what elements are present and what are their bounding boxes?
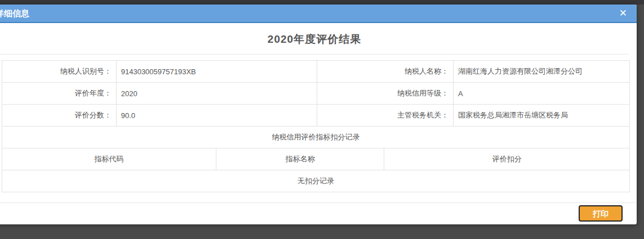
dialog-title: 详细信息 bbox=[0, 4, 637, 22]
table-row: 评价分数： 90.0 主管税务机关： 国家税务总局湘潭市岳塘区税务局 bbox=[2, 105, 630, 127]
eval-score-value: 90.0 bbox=[116, 105, 317, 127]
empty-record-row: 无扣分记录 bbox=[2, 170, 630, 192]
page-title: 2020年度评价结果 bbox=[0, 23, 629, 55]
column-header-indicator-name: 指标名称 bbox=[216, 148, 384, 170]
print-button[interactable]: 打印 bbox=[579, 205, 623, 222]
credit-grade-label: 纳税信用等级： bbox=[317, 83, 454, 105]
detail-info-dialog: 详细信息 ✕ 2020年度评价结果 纳税人识别号： 91430300597571… bbox=[0, 4, 637, 224]
credit-grade-value: A bbox=[453, 83, 629, 105]
eval-score-label: 评价分数： bbox=[2, 105, 117, 127]
close-icon[interactable]: ✕ bbox=[619, 4, 627, 22]
column-header-indicator-code: 指标代码 bbox=[2, 148, 216, 170]
table-row: 纳税人识别号： 9143030059757193XB 纳税人名称： 湖南红海人力… bbox=[2, 61, 630, 83]
eval-year-value: 2020 bbox=[116, 83, 317, 105]
taxpayer-name-value: 湖南红海人力资源有限公司湘潭分公司 bbox=[453, 61, 629, 83]
taxpayer-name-label: 纳税人名称： bbox=[317, 61, 454, 83]
eval-year-label: 评价年度： bbox=[2, 83, 117, 105]
section-title-row: 纳税信用评价指标扣分记录 bbox=[2, 127, 630, 148]
content-area: 纳税人识别号： 9143030059757193XB 纳税人名称： 湖南红海人力… bbox=[2, 60, 630, 192]
tax-authority-label: 主管税务机关： bbox=[317, 105, 454, 127]
deduction-section-title: 纳税信用评价指标扣分记录 bbox=[2, 127, 630, 148]
taxpayer-id-label: 纳税人识别号： bbox=[2, 61, 117, 83]
deduction-records-table: 纳税信用评价指标扣分记录 指标代码 指标名称 评价扣分 无扣分记录 bbox=[2, 126, 630, 192]
no-deduction-records-text: 无扣分记录 bbox=[2, 170, 630, 192]
taxpayer-id-value: 9143030059757193XB bbox=[116, 61, 317, 83]
table-header-row: 指标代码 指标名称 评价扣分 bbox=[2, 148, 630, 170]
tax-authority-value: 国家税务总局湘潭市岳塘区税务局 bbox=[453, 105, 629, 127]
dialog-footer: 打印 bbox=[0, 202, 637, 224]
taxpayer-info-table: 纳税人识别号： 9143030059757193XB 纳税人名称： 湖南红海人力… bbox=[2, 60, 630, 127]
dialog-titlebar: 详细信息 ✕ bbox=[0, 4, 637, 23]
browser-top-strip bbox=[0, 0, 644, 4]
table-row: 评价年度： 2020 纳税信用等级： A bbox=[2, 83, 630, 105]
column-header-eval-deduction: 评价扣分 bbox=[384, 148, 630, 170]
